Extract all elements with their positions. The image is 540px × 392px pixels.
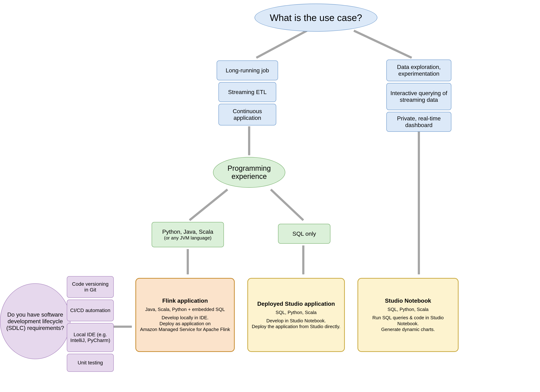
result-flink-application: Flink application Java, Scala, Python + … <box>135 278 235 352</box>
use-case-streaming-etl: Streaming ETL <box>219 82 276 102</box>
svg-line-3 <box>190 189 227 220</box>
sdlc-question: Do you have software development lifecyc… <box>0 283 70 359</box>
result-deployed-studio: Deployed Studio application SQL, Python,… <box>247 278 345 352</box>
svg-line-1 <box>354 31 412 58</box>
use-case-dashboard: Private, real-time dashboard <box>386 112 451 132</box>
svg-line-0 <box>256 31 307 58</box>
programming-experience: Programming experience <box>213 157 285 188</box>
sdlc-ide: Local IDE (e.g. IntelliJ, PyCharm) <box>67 323 114 352</box>
result-studio-notebook: Studio Notebook SQL, Python, Scala Run S… <box>357 278 459 352</box>
use-case-long-running: Long-running job <box>217 60 278 80</box>
root-question-label: What is the use case? <box>270 12 362 23</box>
use-case-interactive-query: Interactive querying of streaming data <box>386 83 451 110</box>
result-notebook-desc: Run SQL queries & code in Studio Noteboo… <box>361 315 455 332</box>
result-deployed-desc: Develop in Studio Notebook. Deploy the a… <box>252 318 340 330</box>
svg-line-4 <box>271 189 303 220</box>
lang-python-java-scala: Python, Java, Scala (or any JVM language… <box>152 222 224 247</box>
sdlc-git: Code versioning in Git <box>67 276 114 298</box>
sdlc-unit-testing: Unit testing <box>67 354 114 372</box>
sdlc-cicd: CI/CD automation <box>67 300 114 321</box>
root-question: What is the use case? <box>255 4 377 32</box>
lang-sql-only: SQL only <box>278 224 330 244</box>
use-case-data-exploration: Data exploration, experimentation <box>386 60 451 81</box>
result-flink-desc: Develop locally in IDE. Deploy as applic… <box>140 315 230 332</box>
use-case-continuous-app: Continuous application <box>219 104 276 125</box>
